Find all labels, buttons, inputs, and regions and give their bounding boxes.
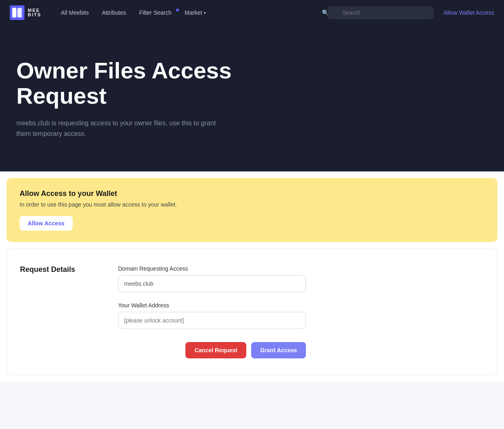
nav-links: All Meebits Attributes Filter Search Mar… bbox=[54, 9, 318, 16]
logo-text: MEE BITS bbox=[28, 8, 41, 17]
chevron-down-icon: ▾ bbox=[204, 11, 206, 15]
wallet-address-input[interactable] bbox=[118, 312, 306, 329]
search-icon: 🔍 bbox=[322, 9, 329, 16]
nav-filter-search[interactable]: Filter Search bbox=[133, 9, 178, 16]
search-wrapper: 🔍 bbox=[318, 6, 444, 19]
access-banner: Allow Access to your Wallet In order to … bbox=[7, 178, 497, 242]
logo-icon bbox=[10, 5, 25, 20]
logo-bits-text: BITS bbox=[28, 13, 41, 17]
svg-rect-1 bbox=[12, 8, 16, 17]
request-left: Request Details bbox=[20, 265, 102, 358]
svg-rect-2 bbox=[17, 8, 21, 17]
domain-label: Domain Requesting Access bbox=[118, 265, 484, 272]
bottom-area bbox=[0, 382, 504, 429]
domain-input[interactable] bbox=[118, 275, 306, 292]
logo[interactable]: MEE BITS bbox=[10, 5, 41, 20]
filter-dot bbox=[176, 9, 179, 11]
banner-subtitle: In order to use this page you must allow… bbox=[20, 201, 484, 208]
navbar: MEE BITS All Meebits Attributes Filter S… bbox=[0, 0, 504, 25]
allow-wallet-access-link[interactable]: Allow Wallet Access bbox=[444, 9, 494, 16]
request-right: Domain Requesting Access Your Wallet Add… bbox=[118, 265, 484, 358]
search-input[interactable] bbox=[328, 6, 434, 19]
cancel-request-button[interactable]: Cancel Request bbox=[185, 342, 246, 358]
banner-title: Allow Access to your Wallet bbox=[20, 189, 484, 198]
request-details-title: Request Details bbox=[20, 265, 102, 274]
nav-market[interactable]: Market ▾ bbox=[178, 9, 212, 16]
hero-section: Owner Files Access Request meebs.club is… bbox=[0, 25, 504, 171]
hero-subtitle: meebs.club is requesting access to your … bbox=[16, 118, 221, 139]
nav-attributes[interactable]: Attributes bbox=[96, 9, 133, 16]
allow-access-button[interactable]: Allow Access bbox=[20, 216, 73, 231]
nav-all-meebits[interactable]: All Meebits bbox=[54, 9, 95, 16]
grant-access-button[interactable]: Grant Access bbox=[251, 342, 306, 358]
request-section: Request Details Domain Requesting Access… bbox=[7, 249, 497, 375]
wallet-label: Your Wallet Address bbox=[118, 302, 484, 309]
hero-title: Owner Files Access Request bbox=[16, 58, 253, 108]
form-actions: Cancel Request Grant Access bbox=[118, 339, 306, 358]
logo-svg bbox=[10, 5, 25, 20]
